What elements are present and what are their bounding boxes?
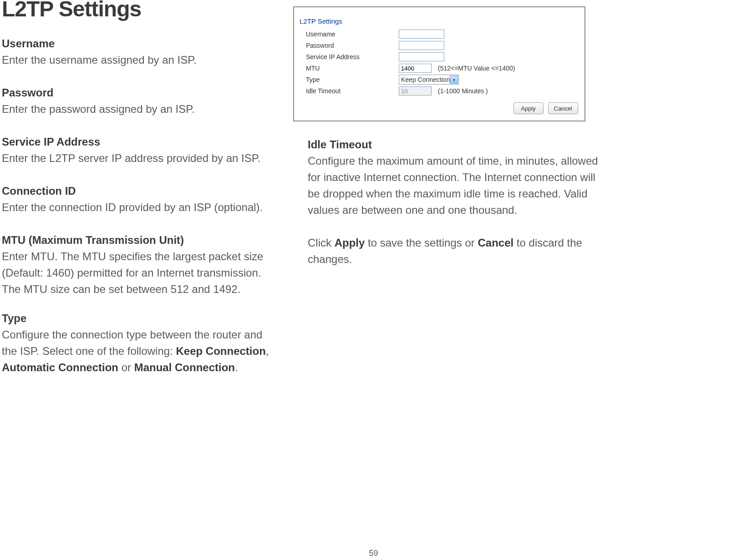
idle-timeout-desc: Configure the maximum amount of time, in… [308,153,599,218]
type-label: Type [2,310,275,327]
apply-button[interactable]: Apply [513,102,544,114]
panel-buttons: Apply Cancel [513,102,578,114]
mtu-hint: (512<=MTU Value <=1400) [438,65,515,72]
type-select-value: Keep Connection [401,76,450,83]
panel-title: L2TP Settings [300,17,342,25]
row-idle-timeout-label: Idle Timeout [306,87,399,95]
mtu-label: MTU (Maximum Transmission Unit) [2,232,275,248]
field-username: Username Enter the username assigned by … [2,35,275,68]
row-idle-timeout: Idle Timeout (1-1000 Minutes ) [306,86,579,96]
row-mtu: MTU (512<=MTU Value <=1400) [306,63,579,73]
service-ip-label: Service IP Address [2,134,275,150]
type-select[interactable]: Keep Connection ▾ [399,75,459,85]
password-desc: Enter the password assigned by an ISP. [2,101,275,117]
field-connection-id: Connection ID Enter the connection ID pr… [2,183,275,216]
row-password: Password [306,40,579,50]
right-column: Idle Timeout Configure the maximum amoun… [308,136,599,267]
row-service-ip: Service IP Address [306,52,579,62]
type-sep2: or [118,361,134,373]
left-column: Username Enter the username assigned by … [2,35,275,392]
apply-line-pre: Click [308,237,335,249]
cancel-button[interactable]: Cancel [548,102,578,114]
page-title: L2TP Settings [2,0,141,21]
username-label: Username [2,35,275,52]
apply-word: Apply [335,237,365,249]
type-sep1: , [266,345,269,357]
password-input[interactable] [399,41,444,50]
type-opt1: Keep Connection [176,345,265,357]
apply-cancel-line: Click Apply to save the settings or Canc… [308,235,599,267]
cancel-word: Cancel [478,237,513,249]
field-service-ip: Service IP Address Enter the L2TP server… [2,134,275,166]
service-ip-desc: Enter the L2TP server IP address provide… [2,150,275,166]
type-desc: Configure the connection type between th… [2,327,275,376]
row-password-label: Password [306,42,399,49]
field-type: Type Configure the connection type betwe… [2,310,275,376]
field-idle-timeout: Idle Timeout Configure the maximum amoun… [308,136,599,218]
idle-timeout-hint: (1-1000 Minutes ) [438,87,488,95]
password-label: Password [2,85,275,101]
row-type: Type Keep Connection ▾ [306,75,579,85]
row-mtu-label: MTU [306,65,399,72]
field-mtu: MTU (Maximum Transmission Unit) Enter MT… [2,232,275,298]
l2tp-settings-panel: L2TP Settings Username Password Service … [293,6,585,121]
service-ip-input[interactable] [399,52,444,61]
type-desc-post: . [235,361,238,373]
idle-timeout-input [399,86,432,96]
row-type-label: Type [306,76,399,83]
type-opt2: Automatic Connection [2,361,118,373]
field-password: Password Enter the password assigned by … [2,85,275,117]
row-service-ip-label: Service IP Address [306,53,399,61]
username-input[interactable] [399,30,444,39]
idle-timeout-label: Idle Timeout [308,136,599,153]
apply-line-mid: to save the settings or [365,237,478,249]
row-username-label: Username [306,30,399,38]
chevron-down-icon: ▾ [450,76,458,84]
type-opt3: Manual Connection [134,361,235,373]
row-username: Username [306,29,579,39]
mtu-input[interactable] [399,64,432,73]
page-number: 59 [369,549,378,558]
connection-id-label: Connection ID [2,183,275,199]
mtu-desc: Enter MTU. The MTU specifies the largest… [2,248,275,298]
connection-id-desc: Enter the connection ID provided by an I… [2,199,275,216]
username-desc: Enter the username assigned by an ISP. [2,52,275,68]
